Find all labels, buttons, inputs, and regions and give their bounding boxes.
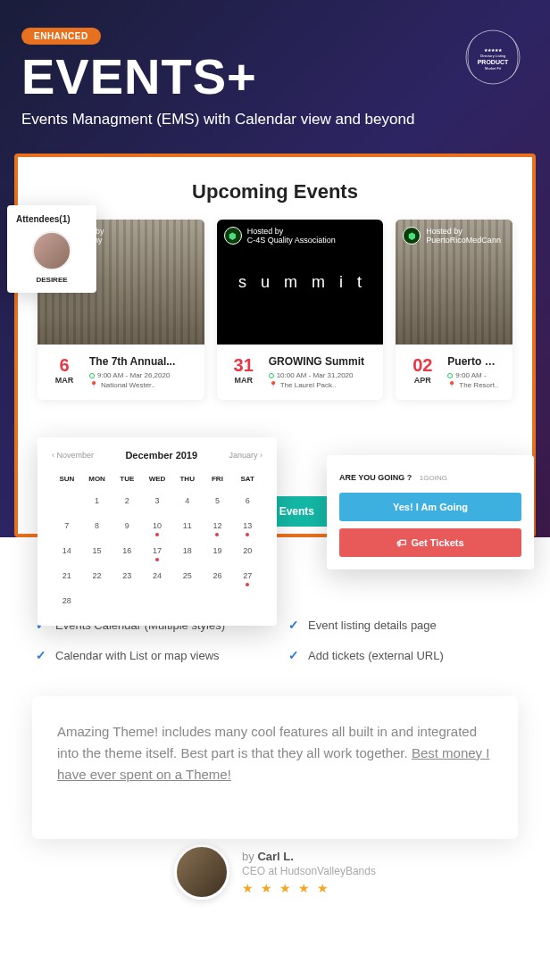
event-title: Puerto R MedCan <box>447 355 502 368</box>
enhanced-badge: ENHANCED <box>21 28 101 45</box>
event-date: 31MAR <box>228 355 260 389</box>
calendar-day[interactable]: 9 <box>112 513 142 538</box>
calendar-day[interactable]: 5 <box>203 488 233 513</box>
feature-item: ✓Calendar with List or map views <box>36 648 262 662</box>
product-badge: ★★★★★Directory ListingPRODUCTMarket Fit <box>461 25 525 89</box>
calendar-dow: WED <box>142 469 172 488</box>
event-location: 📍The Laurel Pack.. <box>269 381 373 389</box>
author-name: Carl L. <box>257 850 293 863</box>
svg-text:Market Fit: Market Fit <box>485 66 502 71</box>
attendee-name: DESIREE <box>16 276 88 284</box>
page-title: EVENTS+ <box>21 52 529 102</box>
event-time: 9:00 AM - Mar 26,2020 <box>89 371 194 379</box>
author-by-label: by <box>242 850 257 863</box>
event-time: 10:00 AM - Mar 31,2020 <box>269 371 373 379</box>
testimonial-author: by Carl L. CEO at HudsonValleyBands ★ ★ … <box>0 844 550 926</box>
rating-stars: ★ ★ ★ ★ ★ <box>242 881 376 895</box>
event-time: 9:00 AM - <box>447 371 502 379</box>
feature-item: ✓Event listing details page <box>288 618 514 632</box>
pin-icon: 📍 <box>447 381 456 389</box>
calendar-current-month: December 2019 <box>125 450 197 461</box>
testimonial-text: Amazing Theme! includes many cool featur… <box>57 721 493 785</box>
attendee-avatar[interactable] <box>32 231 71 270</box>
calendar-dow: FRI <box>203 469 233 488</box>
calendar-day[interactable]: 10 <box>142 513 172 538</box>
host-avatar-icon: ⬢ <box>403 227 421 245</box>
calendar-next-button[interactable]: January › <box>229 451 262 460</box>
svg-text:Directory Listing: Directory Listing <box>480 54 506 58</box>
get-tickets-button[interactable]: 🏷Get Tickets <box>339 528 521 557</box>
author-role: CEO at HudsonValleyBands <box>242 865 376 877</box>
pin-icon: 📍 <box>269 381 278 389</box>
feature-item: ✓Add tickets (external URL) <box>288 648 514 662</box>
calendar-dow: SAT <box>232 469 262 488</box>
attendees-popup: Attendees(1) DESIREE <box>7 205 96 293</box>
check-icon: ✓ <box>288 648 299 662</box>
calendar-dow: MON <box>82 469 112 488</box>
calendar-prev-button[interactable]: ‹ November <box>52 451 94 460</box>
calendar-day[interactable]: 28 <box>52 588 82 613</box>
going-title: ARE YOU GOING ? <box>339 473 412 482</box>
calendar-day[interactable]: 3 <box>142 488 172 513</box>
calendar-dow: TUE <box>112 469 142 488</box>
calendar-day[interactable]: 17 <box>142 538 172 563</box>
showcase-title: Upcoming Events <box>38 180 512 203</box>
calendar-day[interactable]: 23 <box>112 563 142 588</box>
svg-text:PRODUCT: PRODUCT <box>478 59 509 65</box>
calendar-day[interactable]: 12 <box>203 513 233 538</box>
clock-icon <box>269 373 274 378</box>
calendar-grid: SUNMONTUEWEDTHUFRISAT1234567891011121314… <box>52 469 262 613</box>
calendar-day[interactable]: 14 <box>52 538 82 563</box>
calendar-day[interactable]: 25 <box>172 563 203 588</box>
calendar-dow: SUN <box>52 469 82 488</box>
event-date: 6MAR <box>48 355 80 389</box>
calendar-day[interactable]: 15 <box>82 538 112 563</box>
check-icon: ✓ <box>288 618 299 632</box>
event-cards-row: ●Hosted byCompany 6MAR The 7th Annual...… <box>38 220 512 400</box>
calendar-day[interactable]: 19 <box>203 538 233 563</box>
event-card[interactable]: ⬢Hosted byPuertoRicoMedCann 02APR Puerto… <box>396 220 512 400</box>
calendar-day[interactable] <box>52 488 82 513</box>
ticket-icon: 🏷 <box>396 537 406 548</box>
calendar-day[interactable]: 13 <box>232 513 262 538</box>
host-badge: ⬢Hosted byC-4S Quality Association <box>224 227 336 245</box>
author-avatar <box>174 844 229 900</box>
host-badge: ⬢Hosted byPuertoRicoMedCann <box>403 227 501 245</box>
going-popup: ARE YOU GOING ? 1GOING Yes! I Am Going 🏷… <box>327 455 534 569</box>
event-title: The 7th Annual... <box>89 355 194 368</box>
calendar-day[interactable]: 6 <box>232 488 262 513</box>
calendar-day[interactable]: 11 <box>172 513 203 538</box>
calendar-day[interactable]: 24 <box>142 563 172 588</box>
calendar-day[interactable]: 16 <box>112 538 142 563</box>
calendar-day[interactable]: 21 <box>52 563 82 588</box>
calendar-day[interactable]: 20 <box>232 538 262 563</box>
summit-logo: summit <box>238 273 376 292</box>
event-title: GROWING Summit <box>269 355 373 368</box>
event-location: 📍National Wester.. <box>89 381 194 389</box>
clock-icon <box>89 373 95 378</box>
calendar-popup: ‹ November December 2019 January › SUNMO… <box>38 437 277 626</box>
going-count: 1GOING <box>420 474 447 482</box>
calendar-day[interactable]: 7 <box>52 513 82 538</box>
calendar-day[interactable]: 26 <box>203 563 233 588</box>
event-date: 02APR <box>406 355 438 389</box>
calendar-day[interactable]: 22 <box>82 563 112 588</box>
yes-going-button[interactable]: Yes! I Am Going <box>339 493 521 521</box>
host-avatar-icon: ⬢ <box>224 227 242 245</box>
calendar-day[interactable]: 1 <box>82 488 112 513</box>
calendar-day[interactable]: 2 <box>112 488 142 513</box>
testimonial-card: Amazing Theme! includes many cool featur… <box>32 696 518 839</box>
event-location: 📍The Resort.. <box>447 381 502 389</box>
svg-text:★★★★★: ★★★★★ <box>484 47 503 53</box>
calendar-day[interactable]: 4 <box>172 488 203 513</box>
calendar-day[interactable]: 8 <box>82 513 112 538</box>
pin-icon: 📍 <box>89 381 98 389</box>
calendar-day[interactable]: 18 <box>172 538 203 563</box>
clock-icon <box>447 373 453 378</box>
page-subtitle: Events Managment (EMS) with Calendar vie… <box>21 111 529 129</box>
calendar-dow: THU <box>172 469 203 488</box>
event-card[interactable]: ⬢Hosted byC-4S Quality Association summi… <box>217 220 384 400</box>
check-icon: ✓ <box>36 648 46 662</box>
attendees-title: Attendees(1) <box>16 214 88 224</box>
calendar-day[interactable]: 27 <box>232 563 262 588</box>
